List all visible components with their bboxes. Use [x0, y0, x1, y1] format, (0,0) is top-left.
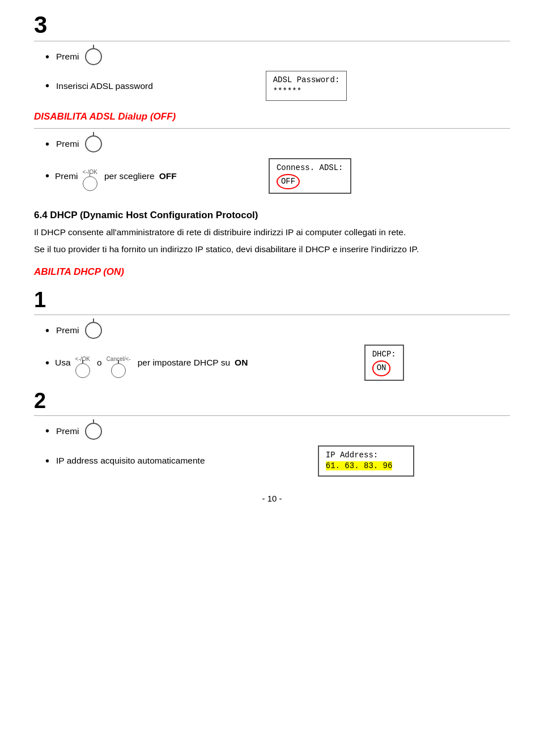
disabilita-heading: DISABILITA ADSL Dialup (OFF) — [34, 111, 510, 122]
stem-2 — [93, 132, 94, 136]
icon-wrapper-cancel: Cancel/<- — [107, 356, 131, 378]
bullet-dot-1: • — [45, 50, 49, 63]
premi-label-2: Premi — [56, 139, 79, 149]
divider-4 — [34, 415, 510, 416]
stem-7 — [93, 419, 94, 423]
bullet-ip-address: • IP address acquisito automaticamente I… — [45, 445, 510, 477]
bullet-premi-off: • Premi <-/OK per scegliere OFF Conness.… — [45, 158, 510, 194]
icon-wrapper-ok: <-/OK — [83, 169, 97, 191]
ok-button-icon-6[interactable] — [85, 423, 102, 440]
ip-address-line1: IP Address: — [326, 451, 378, 460]
conness-off-highlighted: OFF — [277, 174, 300, 190]
bullet-adsl-password: • Inserisci ADSL password ADSL Password:… — [45, 71, 510, 101]
premi-label-3: Premi — [55, 171, 78, 181]
bullet-usa: • Usa <-/OK o Cancel/<- per impostare DH… — [45, 345, 510, 380]
bullet-premi-b: • Premi — [45, 423, 510, 440]
icon-wrapper-ok2: <-/OK — [75, 356, 90, 378]
divider-top — [34, 41, 510, 41]
adsl-password-line2: ****** — [273, 87, 301, 96]
ok-button-icon-1[interactable] — [85, 48, 102, 65]
bullet-dot-6: • — [45, 356, 49, 369]
premi-a-label: Premi — [56, 325, 79, 335]
per-impostare-text: per impostare DHCP su — [138, 358, 230, 368]
abilita-heading: ABILITA DHCP (ON) — [34, 266, 510, 278]
stem-3 — [90, 173, 91, 176]
o-text: o — [97, 358, 102, 368]
dhcp-line1: DHCP: — [372, 350, 396, 359]
dhcp-para2: Se il tuo provider ti ha fornito un indi… — [34, 243, 510, 256]
usa-label: Usa — [55, 358, 71, 368]
step-2-num: 2 — [34, 389, 510, 413]
on-text: ON — [235, 358, 248, 368]
premi-label-1: Premi — [56, 52, 79, 62]
stem-1 — [93, 45, 94, 49]
inserisci-adsl-label: Inserisci ADSL password — [56, 81, 153, 91]
per-scegliere-text: per scegliere — [104, 171, 155, 181]
bullet-dot-7: • — [45, 424, 49, 438]
section-64-heading: 6.4 DHCP (Dynamic Host Configuration Pro… — [34, 210, 510, 221]
stem-6 — [118, 360, 119, 363]
bullet-dot-4: • — [45, 169, 49, 182]
bullet-dot-3: • — [45, 138, 49, 151]
abilita-section: ABILITA DHCP (ON) — [34, 266, 510, 278]
bullet-premi-1: • Premi — [45, 48, 510, 65]
off-text: OFF — [159, 171, 177, 181]
ok-button-icon-2[interactable] — [85, 135, 102, 152]
bullet-premi-2: • Premi — [45, 135, 510, 152]
ok-button-icon-4[interactable] — [85, 322, 102, 339]
step-1-num: 1 — [34, 288, 510, 312]
cancel-button-icon[interactable] — [111, 363, 126, 378]
bullet-dot-8: • — [45, 455, 49, 468]
divider-2 — [34, 128, 510, 129]
section-number-top: 3 — [34, 11, 510, 39]
ip-address-line2: 61. 63. 83. 96 — [326, 461, 393, 470]
dhcp-on-highlighted: ON — [372, 360, 391, 376]
disabilita-section: DISABILITA ADSL Dialup (OFF) — [34, 111, 510, 129]
stem-5 — [82, 360, 83, 363]
ip-address-auto-text: IP address acquisito automaticamente — [56, 456, 205, 466]
stem-4 — [93, 318, 94, 322]
bullet-dot-2: • — [45, 79, 49, 92]
premi-b-label: Premi — [56, 426, 79, 436]
conness-box: Conness. ADSL: OFF — [269, 158, 351, 194]
adsl-password-box: ADSL Password: ****** — [266, 71, 347, 101]
section-64-block: 6.4 DHCP (Dynamic Host Configuration Pro… — [34, 210, 510, 256]
ok-button-icon-5[interactable] — [75, 363, 90, 378]
page-number: - 10 - — [34, 494, 510, 503]
dhcp-para1: Il DHCP consente all'amministratore di r… — [34, 226, 510, 239]
ip-address-box: IP Address: 61. 63. 83. 96 — [318, 445, 414, 477]
divider-3 — [34, 315, 510, 315]
conness-line1: Conness. ADSL: — [277, 163, 343, 172]
bullet-dot-5: • — [45, 324, 49, 337]
bullet-premi-a: • Premi — [45, 322, 510, 339]
ok-button-icon-3[interactable] — [83, 176, 97, 191]
adsl-password-line1: ADSL Password: — [273, 75, 340, 84]
dhcp-on-box: DHCP: ON — [364, 345, 404, 380]
